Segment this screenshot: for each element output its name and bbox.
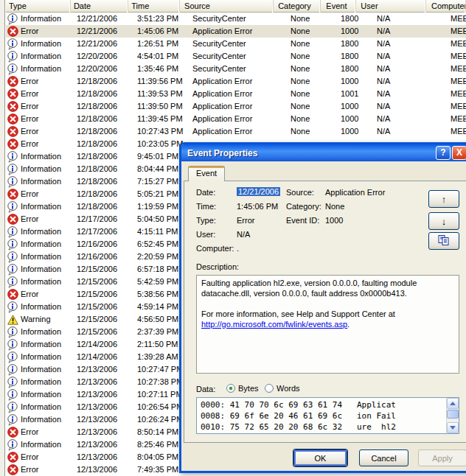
hex-scrollbar[interactable] [446, 398, 459, 433]
copy-button[interactable] [428, 232, 459, 250]
column-header-category[interactable]: Category [274, 0, 321, 13]
cell-type: Error [6, 463, 74, 476]
information-icon [7, 226, 18, 238]
event-row[interactable]: Error12/18/200611:39:53 PMApplication Er… [6, 88, 466, 100]
cancel-button[interactable]: Cancel [359, 449, 408, 466]
information-icon [7, 439, 18, 451]
cell-source: Application Error [188, 100, 286, 113]
cell-date: 12/16/2006 [74, 251, 134, 263]
cell-type: Information [6, 150, 74, 163]
cell-date: 12/18/2006 [74, 125, 134, 138]
cell-type: Information [6, 438, 74, 451]
cell-type: Error [6, 138, 74, 150]
words-radio[interactable]: Words [265, 383, 300, 393]
column-header-time[interactable]: Time [128, 0, 180, 13]
event-row[interactable]: Information12/21/20063:51:23 PMSecurityC… [6, 13, 466, 25]
source-value: Application Error [325, 188, 385, 197]
cell-date: 12/17/2006 [74, 213, 134, 225]
column-header-date[interactable]: Date [71, 0, 128, 13]
cell-user: N/A [372, 63, 445, 75]
event-row[interactable]: Information12/21/20061:26:51 PMSecurityC… [6, 38, 466, 50]
information-icon [7, 251, 18, 263]
information-icon [7, 239, 18, 251]
cell-time: 4:54:01 PM [134, 50, 188, 63]
event-row[interactable]: Error12/18/200611:39:45 PMApplication Er… [6, 113, 466, 125]
cell-type: Error [6, 25, 74, 38]
tab-event[interactable]: Event [188, 166, 225, 181]
scroll-down-icon[interactable] [447, 422, 459, 433]
event-row[interactable]: Information12/20/20064:54:01 PMSecurityC… [6, 50, 466, 63]
cell-event: 1800 [335, 63, 372, 75]
cell-date: 12/13/2006 [74, 426, 134, 438]
cell-time: 11:39:50 PM [134, 100, 188, 113]
cell-time: 1:45:06 PM [134, 25, 188, 38]
down-arrow-icon: ↓ [442, 217, 447, 226]
help-icon[interactable]: ? [436, 146, 451, 160]
cell-date: 12/14/2006 [74, 338, 134, 351]
scroll-thumb[interactable] [447, 410, 459, 419]
apply-button[interactable]: Apply [418, 449, 466, 466]
error-icon [7, 427, 18, 438]
cell-user: N/A [372, 125, 445, 138]
cell-date: 12/18/2006 [74, 138, 134, 150]
cell-time: 10:27:43 PM [134, 125, 188, 138]
previous-event-button[interactable]: ↑ [428, 190, 459, 208]
error-icon [7, 464, 18, 476]
cell-category: None [286, 75, 335, 88]
information-icon [7, 364, 18, 376]
cell-source: SecurityCenter [188, 38, 286, 50]
cell-event: 1800 [335, 50, 372, 63]
cell-source: SecurityCenter [188, 63, 286, 75]
cell-type: Information [6, 38, 74, 50]
cell-date: 12/13/2006 [74, 388, 134, 401]
cell-category: None [286, 13, 335, 25]
information-icon [7, 389, 18, 401]
cell-date: 12/18/2006 [74, 88, 134, 100]
cell-date: 12/13/2006 [74, 451, 134, 463]
cell-user: N/A [372, 50, 445, 63]
event-row[interactable]: Information12/20/20061:35:46 PMSecurityC… [6, 63, 466, 75]
event-row[interactable]: Error12/21/20061:45:06 PMApplication Err… [6, 25, 466, 38]
date-value[interactable]: 12/21/2006 [237, 187, 280, 196]
column-header-type[interactable]: Type [6, 0, 71, 13]
close-icon[interactable]: X [452, 146, 466, 160]
cell-date: 12/15/2006 [74, 313, 134, 326]
column-header-event[interactable]: Event [321, 0, 356, 13]
information-icon [7, 339, 18, 351]
cell-type: Information [6, 276, 74, 288]
cell-type: Information [6, 63, 74, 75]
bytes-radio[interactable]: Bytes [226, 383, 259, 393]
event-row[interactable]: Error12/18/200610:27:43 PMApplication Er… [6, 125, 466, 138]
window-left-edge [0, 0, 5, 476]
cell-category: None [286, 50, 335, 63]
event-row[interactable]: Error12/18/200611:39:56 PMApplication Er… [6, 75, 466, 88]
cell-date: 12/15/2006 [74, 263, 134, 276]
next-event-button[interactable]: ↓ [428, 212, 459, 230]
cell-type: Information [6, 251, 74, 263]
column-header-computer[interactable]: Computer [426, 0, 466, 13]
column-header-source[interactable]: Source [180, 0, 274, 13]
event-row[interactable]: Error12/18/200611:39:50 PMApplication Er… [6, 100, 466, 113]
events-link[interactable]: http://go.microsoft.com/fwlink/events.as… [201, 320, 347, 329]
error-icon [7, 214, 18, 225]
cell-type: Information [6, 163, 74, 175]
user-value: N/A [237, 230, 250, 239]
information-icon [7, 201, 18, 213]
cell-type: Information [6, 13, 74, 25]
description-more-info: For more information, see Help and Suppo… [201, 309, 454, 329]
user-label: User: [196, 230, 215, 239]
cell-category: None [286, 88, 335, 100]
category-label: Category: [286, 202, 321, 211]
event-list-header: TypeDateTimeSourceCategoryEventUserCompu… [6, 0, 466, 13]
scroll-up-icon[interactable] [447, 398, 459, 409]
tab-event-label: Event [196, 169, 217, 178]
cell-time: 1:26:51 PM [134, 38, 188, 50]
information-icon [7, 264, 18, 276]
cell-type: Error [6, 188, 74, 200]
cell-type: Information [6, 401, 74, 413]
column-header-user[interactable]: User [356, 0, 426, 13]
cell-date: 12/21/2006 [74, 25, 134, 38]
dialog-titlebar[interactable]: Event Properties ? X [181, 144, 466, 161]
information-icon [7, 377, 18, 388]
ok-button[interactable]: OK [293, 449, 347, 466]
